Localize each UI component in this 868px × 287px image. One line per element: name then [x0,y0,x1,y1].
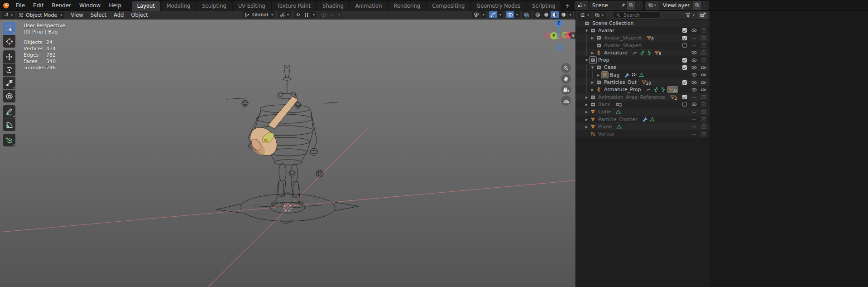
perspective-toggle-button[interactable] [561,96,571,106]
scene-name[interactable]: Scene [589,2,619,9]
hide-viewport-eye-icon[interactable] [691,35,697,41]
viewlayer-name[interactable]: ViewLayer [659,2,693,9]
remove-viewlayer-button[interactable] [701,1,708,10]
overlays-toggle[interactable] [506,11,514,18]
expand-toggle-icon[interactable]: ▸ [590,50,595,56]
viewport-canvas[interactable]: User Perspective (0) Prop | Bag Objects2… [0,19,575,287]
pan-hand-button[interactable] [561,74,571,84]
gizmo-axis-neg[interactable] [556,44,562,50]
hide-viewport-eye-icon[interactable] [691,101,697,107]
hide-viewport-eye-icon[interactable] [691,42,697,49]
viewport-menu-item[interactable]: Select [87,12,110,18]
topbar-menu-item[interactable]: File [12,2,29,9]
outliner-item-label[interactable]: Vortex [598,131,614,137]
hide-viewport-eye-icon[interactable] [691,64,697,71]
outliner-row-avatar-shapeb[interactable]: ▸Avatar_ShapeB8 [576,34,710,42]
disable-render-camera-icon[interactable] [700,57,707,63]
filter-button[interactable]: ▾ [684,12,697,19]
workspace-tab[interactable]: Compositing [427,1,470,11]
disable-render-camera-icon[interactable] [700,123,707,130]
workspace-tab[interactable]: Animation [350,1,388,11]
disable-render-camera-icon[interactable] [700,64,707,71]
scene-browse-button[interactable]: ▾ [575,1,589,10]
new-collection-button[interactable] [698,12,707,19]
disable-render-camera-icon[interactable] [700,101,707,107]
snap-with-icon[interactable] [302,11,311,18]
outliner-search[interactable] [613,11,661,19]
tool-move[interactable] [3,50,15,63]
outliner-row-particles-out[interactable]: ▸Particles_Out20 [576,78,710,86]
workspace-tab[interactable]: UV Editing [233,1,271,11]
disable-render-camera-icon[interactable] [700,87,707,93]
expand-toggle-icon[interactable]: ▾ [584,28,590,34]
proportional-editing-toggle[interactable] [319,11,327,18]
disable-render-camera-icon[interactable] [700,109,707,115]
gizmos-toggle[interactable] [489,11,497,18]
hide-viewport-eye-icon[interactable] [691,72,697,78]
disable-render-camera-icon[interactable] [700,79,707,86]
shading-wireframe-button[interactable] [533,11,542,18]
disable-render-camera-icon[interactable] [700,72,707,78]
exclude-checkbox[interactable] [681,36,688,40]
disable-render-camera-icon[interactable] [700,116,707,122]
hide-viewport-eye-icon[interactable] [691,94,697,100]
add-workspace-button[interactable]: + [561,1,573,11]
viewport-menu-item[interactable]: Object [127,12,151,18]
hide-viewport-eye-icon[interactable] [691,49,697,56]
outliner-item-label[interactable]: Animation_Area_Reference [598,94,665,100]
workspace-tab[interactable]: Sculpting [197,1,232,11]
expand-toggle-icon[interactable]: ▸ [584,94,590,100]
outliner-row-plane[interactable]: ▸Plane [576,123,710,130]
new-viewlayer-button[interactable] [693,1,701,10]
snap-dropdown[interactable]: ▾ [311,11,317,18]
gizmo-axis-z[interactable]: Z [555,19,562,27]
blender-logo-icon[interactable] [0,1,12,9]
tool-cursor[interactable] [3,35,15,48]
tool-scale[interactable] [3,77,15,89]
hide-viewport-eye-icon[interactable] [691,116,697,122]
outliner-item-label[interactable]: Armature_Prop [604,87,641,92]
snap-toggle[interactable] [294,11,302,18]
new-scene-button[interactable] [627,1,635,10]
snap-target-dropdown[interactable]: ▾ [278,11,291,18]
exclude-checkbox[interactable] [681,95,688,99]
sidebar-collapse-arrow[interactable]: ◂ [570,32,575,39]
camera-view-button[interactable] [561,85,571,95]
pin-icon[interactable] [619,1,627,10]
tool-rotate[interactable] [3,63,15,76]
workspace-tab[interactable]: Geometry Nodes [471,1,526,11]
outliner-item-label[interactable]: Avatar [598,28,614,34]
outliner-display-mode-button[interactable]: ▾ [593,12,606,19]
exclude-checkbox[interactable] [681,43,688,48]
expand-toggle-icon[interactable]: ▸ [595,72,601,78]
exclude-checkbox[interactable] [681,102,688,107]
xray-toggle[interactable] [523,11,531,18]
outliner-row-avatar-shapea[interactable]: Avatar_ShapeA [576,42,710,49]
hide-viewport-eye-icon[interactable] [691,87,697,93]
zoom-button[interactable] [561,63,571,73]
exclude-checkbox[interactable] [681,80,688,85]
outliner-item-label[interactable]: Armature [604,50,628,56]
exclude-checkbox[interactable] [681,65,688,70]
topbar-menu-item[interactable]: Window [75,2,105,9]
workspace-tab[interactable]: Rendering [388,1,426,11]
workspace-tab[interactable]: Scripting [527,1,561,11]
expand-toggle-icon[interactable]: ▾ [590,64,595,70]
workspace-tab[interactable]: Shading [317,1,349,11]
transform-orientation-dropdown[interactable]: Global▾ [243,11,275,18]
workspace-tab[interactable]: Layout [132,1,160,11]
proportional-falloff-icon[interactable] [328,11,336,18]
proportional-dropdown[interactable]: ▾ [336,11,342,18]
disable-render-camera-icon[interactable] [700,94,707,100]
viewport-menu-item[interactable]: Add [110,12,127,18]
search-input[interactable] [623,12,652,18]
outliner-row-avatar[interactable]: ▾Avatar [576,27,710,34]
expand-toggle-icon[interactable]: ▸ [584,117,590,122]
object-visibility-button[interactable] [472,11,480,18]
disable-render-camera-icon[interactable] [700,35,707,41]
expand-toggle-icon[interactable]: ▸ [584,124,590,130]
outliner-item-label[interactable]: Avatar_ShapeA [604,43,642,49]
outliner-item-label[interactable]: Back [598,102,610,107]
tool-transform[interactable] [3,90,15,102]
outliner-row-case[interactable]: ▾Case [576,64,710,71]
